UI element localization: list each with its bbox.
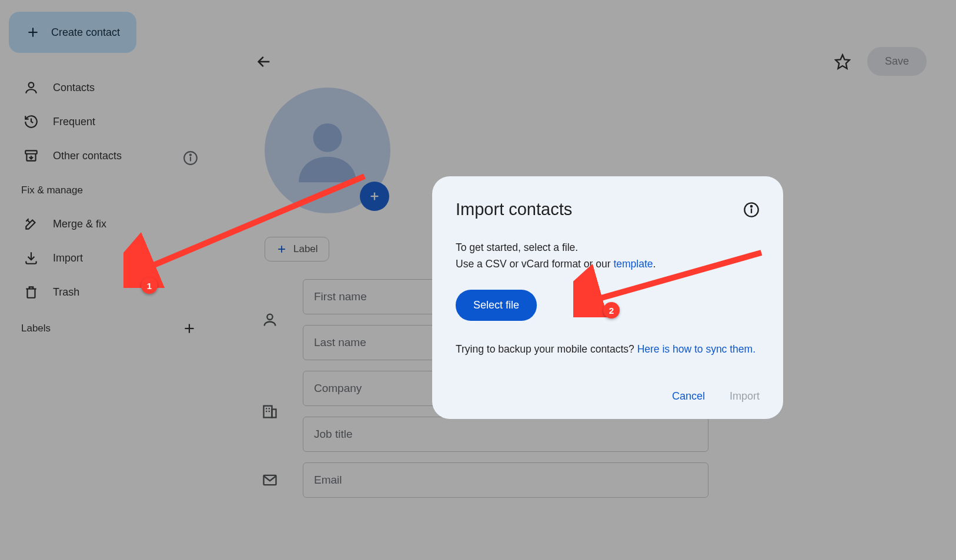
dialog-line2: Use a CSV or vCard format or our templat… xyxy=(456,256,760,272)
svg-point-27 xyxy=(751,206,752,207)
dialog-backup-text: Trying to backup your mobile contacts? H… xyxy=(456,341,760,357)
import-button[interactable]: Import xyxy=(730,390,760,403)
dialog-line1: To get started, select a file. xyxy=(456,239,760,256)
dialog-body: To get started, select a file. Use a CSV… xyxy=(456,239,760,357)
annotation-badge-2: 2 xyxy=(603,302,620,318)
template-link[interactable]: template xyxy=(613,258,653,270)
select-file-button[interactable]: Select file xyxy=(456,290,537,321)
dialog-actions: Cancel Import xyxy=(456,390,760,403)
cancel-button[interactable]: Cancel xyxy=(672,390,705,403)
dialog-title: Import contacts xyxy=(456,200,572,219)
sync-help-link[interactable]: Here is how to sync them. xyxy=(637,343,756,355)
import-contacts-dialog: Import contacts To get started, select a… xyxy=(432,176,783,419)
info-icon[interactable] xyxy=(743,202,760,218)
annotation-badge-1: 1 xyxy=(141,277,158,294)
